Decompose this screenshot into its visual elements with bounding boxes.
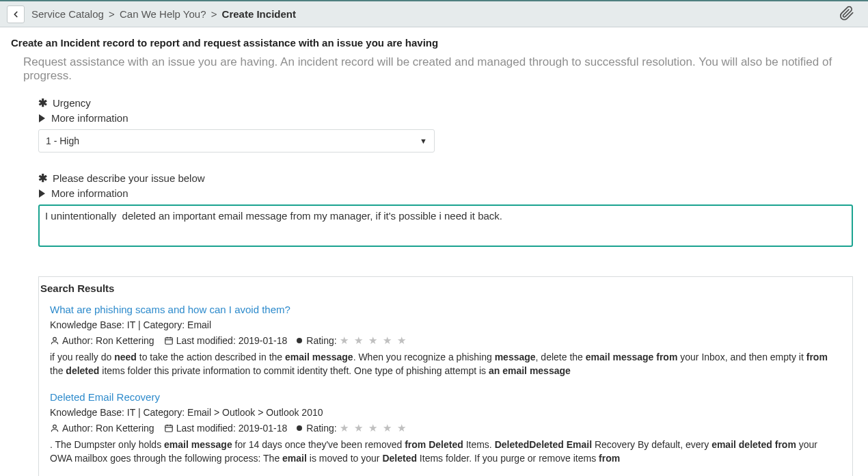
describe-label: Please describe your issue below — [53, 172, 205, 184]
calendar-icon — [164, 336, 174, 345]
caret-right-icon — [39, 189, 45, 198]
page-title: Create an Incident record to report and … — [11, 37, 857, 49]
svg-point-0 — [53, 337, 57, 341]
describe-more-info[interactable]: More information — [38, 187, 846, 199]
search-results: Search Results What are phishing scams a… — [38, 276, 853, 476]
dot-icon — [297, 338, 302, 343]
page-subtitle: Request assistance with an issue you are… — [23, 55, 857, 83]
person-icon — [50, 336, 59, 345]
rating-stars: ★ ★ ★ ★ ★ — [340, 334, 408, 347]
search-results-header: Search Results — [40, 277, 841, 304]
breadcrumb-l2[interactable]: Can We Help You? — [120, 8, 206, 20]
chevron-left-icon — [11, 10, 21, 19]
breadcrumb: Service Catalog > Can We Help You? > Cre… — [31, 8, 296, 20]
result-snippet: if you really do need to take the action… — [50, 351, 841, 378]
paperclip-icon — [839, 5, 854, 21]
person-icon — [50, 423, 59, 433]
describe-textarea[interactable] — [38, 204, 853, 247]
result-meta: Author: Ron Kettering Last modified: 201… — [50, 422, 841, 434]
chevron-down-icon: ▼ — [420, 130, 427, 152]
result-snippet: . The Dumpster only holds email message … — [50, 438, 841, 465]
svg-rect-1 — [165, 338, 172, 344]
result-kb-path: Knowledge Base: IT | Category: Email > O… — [50, 407, 841, 418]
result-title-link[interactable]: Deleted Email Recovery — [50, 391, 841, 403]
rating-stars: ★ ★ ★ ★ ★ — [340, 422, 408, 434]
urgency-select[interactable]: 1 - High ▼ — [38, 129, 435, 153]
result-meta: Author: Ron Kettering Last modified: 201… — [50, 334, 841, 347]
attachment-button[interactable] — [839, 5, 854, 23]
urgency-label-row: ✱ Urgency — [38, 96, 846, 109]
breadcrumb-l3: Create Incident — [222, 8, 296, 20]
back-button[interactable] — [7, 5, 25, 23]
search-result-item: Deleted Email RecoveryKnowledge Base: IT… — [50, 391, 841, 465]
calendar-icon — [164, 423, 174, 433]
search-result-item: What are phishing scams and how can I av… — [50, 304, 841, 378]
describe-label-row: ✱ Please describe your issue below — [38, 172, 846, 185]
dot-icon — [297, 425, 302, 431]
result-title-link[interactable]: What are phishing scams and how can I av… — [50, 304, 841, 315]
urgency-label: Urgency — [53, 97, 91, 109]
svg-rect-6 — [165, 425, 172, 432]
caret-right-icon — [39, 114, 45, 122]
result-kb-path: Knowledge Base: IT | Category: Email — [50, 319, 841, 330]
required-asterisk-icon: ✱ — [38, 96, 47, 109]
urgency-more-info[interactable]: More information — [38, 112, 846, 124]
header-bar: Service Catalog > Can We Help You? > Cre… — [0, 0, 868, 27]
required-asterisk-icon: ✱ — [38, 172, 47, 185]
svg-point-5 — [53, 425, 57, 429]
breadcrumb-l1[interactable]: Service Catalog — [31, 8, 104, 20]
